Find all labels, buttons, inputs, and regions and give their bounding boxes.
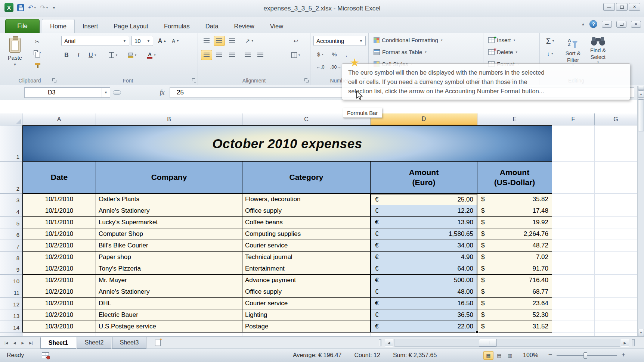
- row-header-13[interactable]: 13: [0, 309, 22, 321]
- orientation-button[interactable]: ↗▼: [242, 36, 257, 46]
- cell-a4[interactable]: 10/1/2010: [22, 205, 96, 217]
- header-cell-amount-euro[interactable]: Amount(Euro): [371, 162, 477, 194]
- name-box-dropdown-arrow[interactable]: ▼: [102, 88, 110, 97]
- row-header-8[interactable]: 8: [0, 252, 22, 263]
- scroll-up-button[interactable]: ▲: [638, 90, 644, 98]
- empty-cell-f11[interactable]: [552, 286, 595, 298]
- italic-button[interactable]: I: [73, 50, 84, 60]
- font-dialog-launcher[interactable]: [192, 78, 196, 82]
- zoom-level[interactable]: 100%: [523, 352, 538, 359]
- empty-cell-f13[interactable]: [552, 309, 595, 321]
- cell-b3[interactable]: Ostler's Plants: [96, 194, 242, 205]
- merged-title-cell[interactable]: October 2010 expenses: [22, 125, 552, 162]
- delete-cells-button[interactable]: × Delete▼: [486, 47, 520, 57]
- merge-center-button[interactable]: ▼: [286, 50, 306, 60]
- empty-cell-f9[interactable]: [552, 263, 595, 275]
- clipboard-dialog-launcher[interactable]: [52, 78, 56, 82]
- cell-a8[interactable]: 10/2/2010: [22, 252, 96, 263]
- cell-b9[interactable]: Tony's Pizzeria: [96, 263, 242, 275]
- zoom-slider-thumb[interactable]: [583, 352, 587, 359]
- zoom-out-button[interactable]: −: [546, 351, 554, 360]
- cell-b4[interactable]: Annie's Stationery: [96, 205, 242, 217]
- row-header-14[interactable]: 14: [0, 321, 22, 333]
- empty-cell-f3[interactable]: [552, 194, 595, 205]
- shrink-font-button[interactable]: A▼: [170, 36, 182, 46]
- cell-e12[interactable]: $23.64: [477, 298, 552, 309]
- row-header-1[interactable]: 1: [0, 125, 22, 162]
- normal-view-button[interactable]: ▦: [483, 351, 493, 360]
- row-header-4[interactable]: 4: [0, 205, 22, 217]
- zoom-slider[interactable]: [557, 355, 617, 356]
- fill-color-button[interactable]: ▼: [124, 50, 140, 60]
- workbook-minimize-button[interactable]: —: [602, 21, 612, 28]
- help-button[interactable]: ?: [589, 20, 597, 28]
- row-header-5[interactable]: 5: [0, 217, 22, 228]
- font-color-button[interactable]: A▼: [143, 50, 160, 60]
- tab-insert[interactable]: Insert: [75, 20, 106, 33]
- insert-function-button[interactable]: fx: [156, 88, 168, 97]
- column-header-a[interactable]: A: [22, 113, 96, 125]
- column-header-f[interactable]: F: [552, 113, 595, 125]
- row-header-2[interactable]: 2: [0, 162, 22, 194]
- cell-b14[interactable]: U.S.Postage service: [96, 321, 242, 333]
- font-family-select[interactable]: Arial▼: [61, 36, 129, 46]
- cell-a13[interactable]: 10/2/2010: [22, 309, 96, 321]
- empty-cell-g3[interactable]: [595, 194, 637, 205]
- empty-cell-r15c4[interactable]: [371, 333, 477, 336]
- align-center-button[interactable]: [214, 50, 225, 60]
- empty-cell-g8[interactable]: [595, 252, 637, 263]
- previous-sheet-button[interactable]: ◀: [10, 339, 19, 347]
- cell-a6[interactable]: 10/1/2010: [22, 228, 96, 240]
- cell-c12[interactable]: Courier service: [242, 298, 371, 309]
- tab-file[interactable]: File: [5, 19, 40, 33]
- close-button[interactable]: ✕: [629, 3, 640, 11]
- empty-cell-f1[interactable]: [552, 125, 595, 162]
- cell-c13[interactable]: Lighting: [242, 309, 371, 321]
- cell-e3[interactable]: $35.82: [477, 194, 552, 205]
- underline-button[interactable]: U▼: [85, 50, 100, 60]
- cell-c3[interactable]: Flowers, decoration: [242, 194, 371, 205]
- paste-dropdown-arrow[interactable]: ▼: [13, 63, 17, 66]
- cell-d4[interactable]: €12.20: [371, 205, 477, 217]
- increase-indent-button[interactable]: [255, 50, 266, 60]
- cell-d3[interactable]: €25.00: [371, 194, 477, 205]
- page-break-view-button[interactable]: ▥: [505, 351, 515, 360]
- cell-d5[interactable]: €13.90: [371, 217, 477, 228]
- column-header-d[interactable]: D: [371, 113, 477, 125]
- row-header-7[interactable]: 7: [0, 240, 22, 252]
- align-left-button[interactable]: [201, 50, 212, 60]
- cell-c7[interactable]: Courier service: [242, 240, 371, 252]
- cell-b6[interactable]: Computer Shop: [96, 228, 242, 240]
- header-cell-category[interactable]: Category: [242, 162, 371, 194]
- empty-cell-r15c1[interactable]: [22, 333, 96, 336]
- number-format-select[interactable]: Accounting▼: [313, 36, 366, 46]
- bold-button[interactable]: B: [61, 50, 72, 60]
- vertical-scrollbar[interactable]: ▲ ▼: [637, 86, 644, 336]
- cell-d6[interactable]: €1,580.65: [371, 228, 477, 240]
- minimize-ribbon-button[interactable]: ▲: [581, 22, 585, 26]
- cell-b10[interactable]: Mr. Mayer: [96, 275, 242, 286]
- align-bottom-button[interactable]: [226, 36, 238, 46]
- column-header-b[interactable]: B: [96, 113, 242, 125]
- insert-cells-button[interactable]: + Insert▼: [486, 35, 517, 45]
- empty-cell-r15c2[interactable]: [96, 333, 242, 336]
- tab-formulas[interactable]: Formulas: [156, 20, 198, 33]
- cell-c11[interactable]: Office supply: [242, 286, 371, 298]
- row-header-9[interactable]: 9: [0, 263, 22, 275]
- tab-split-handle[interactable]: [379, 339, 381, 346]
- cell-c5[interactable]: Coffee beans: [242, 217, 371, 228]
- cell-b12[interactable]: DHL: [96, 298, 242, 309]
- empty-cell-g14[interactable]: [595, 321, 637, 333]
- column-header-g[interactable]: G: [595, 113, 637, 125]
- column-header-e[interactable]: E: [477, 113, 552, 125]
- align-middle-button[interactable]: [214, 36, 225, 46]
- empty-cell-f12[interactable]: [552, 298, 595, 309]
- tab-view[interactable]: View: [262, 20, 291, 33]
- decrease-decimal-button[interactable]: .00→: [328, 62, 343, 72]
- row-header-11[interactable]: 11: [0, 286, 22, 298]
- empty-cell-f4[interactable]: [552, 205, 595, 217]
- cell-a10[interactable]: 10/2/2010: [22, 275, 96, 286]
- zoom-in-button[interactable]: +: [619, 351, 628, 360]
- cell-d10[interactable]: €500.00: [371, 275, 477, 286]
- horizontal-split-handle[interactable]: [632, 339, 635, 346]
